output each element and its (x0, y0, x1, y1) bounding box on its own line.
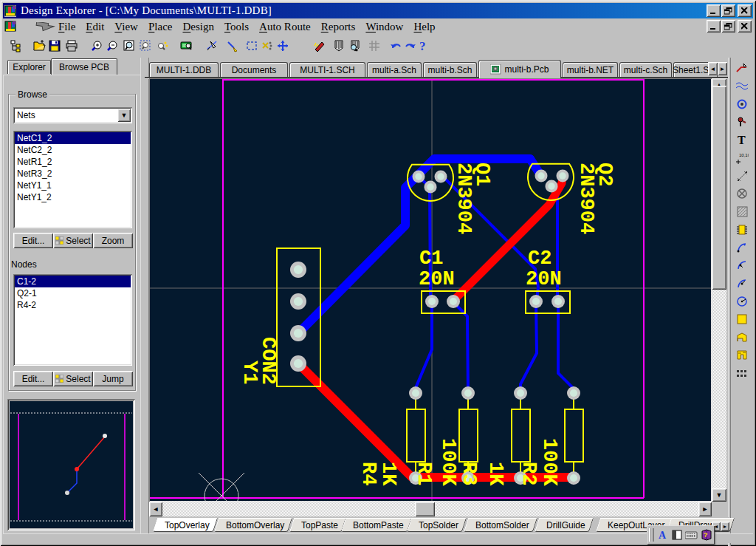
doc-tabs-scroll-left[interactable]: ◄ (708, 62, 718, 75)
design-explorer-toggle-icon[interactable] (7, 38, 24, 54)
cross-probe-icon[interactable] (178, 38, 194, 54)
silk-label-2n3904[interactable]: 2N3904 (575, 163, 597, 234)
menu-design[interactable]: Design (182, 20, 214, 34)
nets-select-button[interactable]: Select (53, 233, 93, 248)
help-icon[interactable]: ? (415, 38, 431, 54)
scroll-down-button[interactable]: ▼ (712, 488, 726, 502)
net-item-netr1_2[interactable]: NetR1_2 (15, 156, 131, 168)
place-wire-icon[interactable] (733, 78, 751, 94)
doc-tab-multi-1.sch[interactable]: MULTI-1.SCH (289, 62, 365, 78)
restore-button[interactable] (721, 4, 735, 17)
doc-tab-multi-b.pcb[interactable]: multi-b.Pcb (478, 60, 561, 78)
doc-minimize-button[interactable] (707, 20, 721, 33)
nodes-edit-button[interactable]: Edit... (13, 371, 53, 386)
silk-label-20n[interactable]: 20N (419, 268, 455, 290)
save-icon[interactable] (47, 38, 63, 54)
silk-label-r3[interactable]: R3 (458, 462, 480, 485)
nets-list[interactable]: NetC1_2NetC2_2NetR1_2NetR3_2NetY1_1NetY1… (13, 131, 132, 228)
menu-file[interactable]: File (58, 20, 75, 34)
cutter-icon[interactable] (204, 38, 220, 54)
place-coordinate-icon[interactable]: 10,10 (733, 150, 751, 166)
node-item-c1-2[interactable]: C1-2 (15, 276, 131, 287)
browse-mode-dropdown[interactable]: Nets ▼ (13, 107, 132, 123)
zoom-point-icon[interactable] (137, 38, 154, 54)
doc-tab-multi-c.sch[interactable]: multi-c.Sch (619, 62, 672, 78)
move-icon[interactable] (275, 38, 291, 54)
silk-label-c2[interactable]: C2 (528, 248, 551, 270)
net-item-nety1_2[interactable]: NetY1_2 (15, 191, 131, 203)
place-pad-icon[interactable] (733, 96, 751, 112)
hscroll-thumb[interactable] (415, 502, 435, 516)
silk-label-c1[interactable]: C1 (419, 248, 443, 270)
layer-tab-bottomsolder[interactable]: BottomSolder (466, 518, 535, 532)
doc-tab-documents[interactable]: Documents (220, 62, 288, 78)
menu-view[interactable]: View (114, 20, 138, 34)
net-item-netc1_2[interactable]: NetC1_2 (15, 132, 131, 144)
zoom-in-icon[interactable] (89, 38, 105, 54)
place-component-icon[interactable] (733, 222, 751, 238)
place-fill-icon[interactable] (733, 311, 751, 327)
place-arc-edge-icon[interactable] (733, 239, 751, 256)
doc-tab-multi-b.net[interactable]: multi-b.NET (563, 62, 618, 78)
silk-label-2n3904[interactable]: 2N3904 (453, 163, 475, 234)
doc-restore-button[interactable] (721, 20, 735, 33)
help-book-icon[interactable]: ? (699, 528, 713, 542)
place-dimension-icon[interactable] (733, 168, 751, 184)
layer-tabs-scroll-right[interactable]: ► (721, 522, 729, 531)
place-arc-any-icon[interactable] (733, 276, 751, 292)
font-a-icon[interactable]: A (655, 528, 669, 542)
menu-help[interactable]: Help (413, 20, 435, 34)
nodes-select-button[interactable]: Select (53, 371, 93, 386)
dropdown-arrow-button[interactable]: ▼ (117, 109, 131, 122)
selection-box-icon[interactable] (244, 38, 260, 54)
zoom-pan-icon[interactable] (154, 38, 171, 54)
panel-toggle-icon[interactable] (670, 528, 684, 542)
nets-edit-button[interactable]: Edit... (13, 233, 53, 248)
place-fill-hatched-icon[interactable] (733, 203, 751, 219)
nodes-list[interactable]: C1-2Q2-1R4-2 (13, 274, 132, 366)
layer-tab-bottompaste[interactable]: BottomPaste (343, 518, 410, 532)
vertical-scrollbar[interactable]: ▲ ▼ (712, 78, 726, 502)
menu-edit[interactable]: Edit (86, 20, 104, 34)
layer-tab-topoverlay[interactable]: TopOverlay (155, 518, 216, 532)
wiring-pen-icon[interactable] (224, 38, 241, 54)
open-folder-icon[interactable] (31, 38, 47, 54)
net-item-netr3_2[interactable]: NetR3_2 (15, 168, 131, 180)
nets-zoom-button[interactable]: Zoom (93, 233, 133, 248)
menu-reports[interactable]: Reports (321, 20, 356, 34)
menu-auto-route[interactable]: Auto Route (259, 20, 311, 34)
layer-tab-drillguide[interactable]: DrillGuide (537, 518, 591, 532)
silk-label-r2[interactable]: R2 (518, 462, 540, 485)
silk-label-r4[interactable]: R4 (357, 462, 379, 485)
scroll-right-button[interactable]: ► (698, 502, 712, 516)
tab-explorer[interactable]: Explorer (7, 60, 51, 74)
silk-label-1k[interactable]: 1K (377, 462, 399, 486)
nodes-jump-button[interactable]: Jump (93, 371, 133, 386)
place-polygon-icon[interactable] (733, 330, 751, 346)
place-room-icon[interactable] (733, 185, 751, 202)
place-track-icon[interactable] (733, 60, 751, 76)
deselect-icon[interactable] (259, 38, 275, 54)
place-string-icon[interactable]: T (733, 132, 751, 148)
pcb-canvas[interactable]: C120NC220NQ12N3904Q22N3904Y1CON2R41KR110… (149, 78, 712, 502)
library-icon[interactable] (331, 38, 347, 54)
node-item-q2-1[interactable]: Q2-1 (15, 287, 131, 299)
net-item-nety1_1[interactable]: NetY1_1 (15, 180, 131, 191)
place-array-icon[interactable] (733, 365, 751, 381)
doc-tabs-scroll-right[interactable]: ► (718, 62, 727, 75)
zoom-window-icon[interactable] (121, 38, 137, 54)
scroll-left-button[interactable]: ◄ (149, 502, 162, 516)
place-arc-center-icon[interactable] (733, 257, 751, 273)
node-item-r4-2[interactable]: R4-2 (15, 299, 131, 311)
library-browse-icon[interactable] (347, 38, 363, 54)
place-split-plane-icon[interactable] (733, 347, 751, 364)
menu-tools[interactable]: Tools (224, 20, 249, 34)
print-icon[interactable] (63, 38, 80, 54)
vscroll-thumb[interactable] (712, 86, 726, 290)
minimize-button[interactable] (707, 4, 721, 17)
menu-window[interactable]: Window (365, 20, 403, 34)
doc-tab-multi-a.sch[interactable]: multi-a.Sch (367, 62, 422, 78)
design-explorer-arrow-icon[interactable] (35, 22, 55, 32)
silk-label-100k[interactable]: 100K (437, 438, 459, 487)
silk-label-con2[interactable]: CON2 (257, 337, 279, 385)
